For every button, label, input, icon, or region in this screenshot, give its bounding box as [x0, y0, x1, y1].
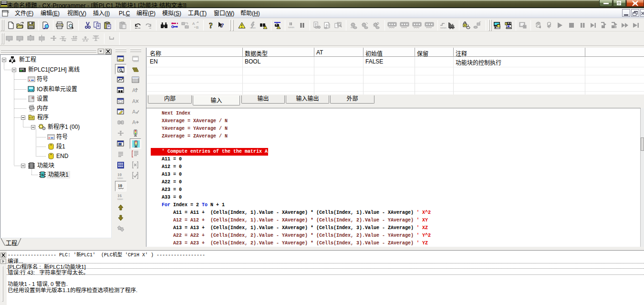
svg-text:A: A [192, 21, 195, 26]
svg-text:A: A [132, 98, 136, 104]
svg-text:A: A [132, 109, 136, 115]
svg-text:roron: roron [117, 177, 123, 179]
svg-text:?: ? [209, 21, 213, 29]
svg-text:B: B [196, 25, 198, 29]
svg-text:roron: roron [288, 26, 294, 29]
svg-text:A: A [132, 87, 136, 93]
svg-text:roron: roron [117, 198, 123, 200]
svg-text:roron: roron [250, 26, 256, 29]
svg-text:A: A [132, 119, 136, 125]
svg-text:S: S [42, 173, 44, 177]
svg-text:?: ? [221, 21, 224, 29]
svg-text:10: 10 [118, 183, 123, 188]
svg-text:roron: roron [440, 26, 447, 29]
svg-text:roron: roron [133, 60, 139, 63]
